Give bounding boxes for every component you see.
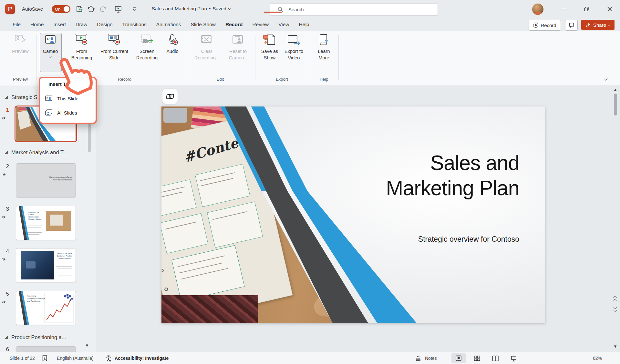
- share-button[interactable]: Share: [581, 20, 615, 30]
- scroll-up-icon[interactable]: ▲: [613, 87, 617, 92]
- tab-view[interactable]: View: [274, 22, 294, 27]
- menu-item-all-slides[interactable]: All Slides: [45, 109, 77, 116]
- sidebar-scroll-down-icon[interactable]: ▼: [85, 343, 89, 348]
- notes-button[interactable]: Notes: [415, 352, 437, 364]
- user-avatar[interactable]: [532, 4, 543, 15]
- designer-icon: [166, 92, 174, 101]
- group-label-preview: Preview: [9, 77, 32, 82]
- reading-view-button[interactable]: [488, 353, 502, 363]
- autosave-label: AutoSave: [22, 6, 43, 12]
- export-to-video-button[interactable]: Export to Video: [282, 34, 305, 61]
- section-title: Strategic S...: [11, 94, 42, 100]
- screen-recording-label: Screen Recording: [132, 48, 161, 61]
- slide-sorter-icon: [473, 355, 480, 361]
- tab-transitions[interactable]: Transitions: [118, 22, 151, 27]
- designer-button[interactable]: [162, 89, 178, 104]
- close-button[interactable]: [603, 4, 617, 14]
- svg-text:P: P: [46, 97, 48, 99]
- tab-draw[interactable]: Draw: [71, 22, 92, 27]
- customize-toolbar-icon: [132, 7, 137, 11]
- slide-sorter-view-button[interactable]: [470, 353, 484, 363]
- comments-button[interactable]: [565, 20, 578, 31]
- section-collapse-icon[interactable]: [5, 96, 8, 99]
- section-strategic[interactable]: Strategic S...: [5, 94, 42, 100]
- learn-more-button[interactable]: ? Learn More: [314, 34, 334, 61]
- animation-star-icon: ★: [3, 215, 9, 219]
- next-slide-button[interactable]: [614, 306, 616, 311]
- tab-insert[interactable]: Insert: [48, 22, 71, 27]
- slide-canvas[interactable]: #Content Sales and Marketing Plan Strate…: [161, 106, 545, 323]
- accessibility-button[interactable]: Accessibility: Investigate: [105, 352, 169, 364]
- audio-button[interactable]: Audio: [163, 34, 182, 55]
- notes-icon: [415, 355, 422, 361]
- slide-thumbnail-2[interactable]: Market Analysis and Target Audience Iden…: [16, 163, 76, 197]
- previous-slide-button[interactable]: [614, 296, 616, 302]
- section-collapse-icon[interactable]: [5, 336, 8, 339]
- slide-thumbnail-4[interactable]: Defining the Ideal Customer Profiles and…: [16, 248, 76, 282]
- main-scrollbar-thumb[interactable]: [614, 94, 617, 116]
- customize-quick-access-button[interactable]: [130, 5, 139, 14]
- scroll-down-icon[interactable]: ▼: [613, 344, 617, 349]
- slide-number-5: 5: [2, 291, 9, 297]
- slide-thumbnail-5[interactable]: Assessing Competitor Offerings and Posit…: [16, 291, 76, 325]
- restore-button[interactable]: [579, 4, 594, 14]
- learn-more-label: Learn More: [314, 48, 334, 61]
- slide-title[interactable]: Sales and Marketing Plan: [351, 150, 519, 201]
- export-to-video-label: Export to Video: [282, 48, 305, 61]
- slide-counter[interactable]: Slide 1 of 22: [10, 352, 35, 364]
- tab-file[interactable]: File: [8, 22, 26, 27]
- proofing-button[interactable]: [42, 352, 47, 364]
- title-separator: •: [209, 6, 211, 11]
- section-collapse-icon[interactable]: [5, 151, 8, 154]
- powerpoint-logo[interactable]: P: [5, 4, 15, 14]
- notes-divider[interactable]: [96, 337, 620, 337]
- preview-icon: [14, 34, 27, 46]
- document-name: Sales and Marketing Plan: [152, 6, 207, 11]
- this-slide-icon: P: [45, 95, 53, 102]
- save-as-show-label: Save as Show: [258, 48, 282, 61]
- group-label-edit: Edit: [204, 77, 236, 82]
- search-box[interactable]: [270, 3, 438, 15]
- redo-button[interactable]: [99, 5, 108, 14]
- section-product-positioning[interactable]: Product Positioning a...: [5, 334, 66, 340]
- autosave-toggle[interactable]: On: [52, 5, 70, 13]
- document-title[interactable]: Sales and Marketing Plan • Saved: [152, 6, 231, 11]
- tab-slide-show[interactable]: Slide Show: [186, 22, 221, 27]
- learn-more-icon: ?: [317, 34, 330, 46]
- status-bar: Slide 1 of 22 English (Australia) Access…: [0, 352, 620, 364]
- tab-review[interactable]: Review: [247, 22, 274, 27]
- share-button-label: Share: [593, 22, 606, 28]
- slide5-art: [16, 291, 76, 325]
- tab-animations[interactable]: Animations: [151, 22, 186, 27]
- language-button[interactable]: English (Australia): [57, 352, 94, 364]
- save-button[interactable]: [75, 5, 84, 14]
- undo-button[interactable]: [87, 5, 96, 14]
- slide-number-4: 4: [2, 248, 9, 255]
- powerpoint-window: P AutoSave On: [0, 0, 620, 364]
- normal-view-button[interactable]: [451, 353, 466, 363]
- slide-show-icon: [510, 355, 517, 361]
- record-button[interactable]: Record: [529, 20, 561, 31]
- slide-show-button[interactable]: [507, 353, 521, 363]
- audio-icon: [166, 34, 179, 46]
- group-label-export: Export: [266, 77, 298, 82]
- tab-record[interactable]: Record: [221, 22, 247, 27]
- tab-help[interactable]: Help: [294, 22, 314, 27]
- group-separator: [338, 35, 339, 80]
- collapse-ribbon-button[interactable]: [604, 76, 607, 81]
- reset-to-cameo-button: Reset to Cameo: [223, 34, 253, 61]
- tab-home[interactable]: Home: [26, 22, 48, 27]
- start-presentation-button[interactable]: [114, 5, 123, 14]
- slide-subtitle[interactable]: Strategic overview for Contoso: [351, 235, 519, 244]
- minimize-button[interactable]: [556, 4, 570, 14]
- screen-recording-button[interactable]: Screen Recording: [132, 34, 161, 61]
- record-from-current-slide-button[interactable]: From Current Slide: [98, 34, 131, 61]
- search-input[interactable]: [288, 6, 438, 13]
- bookmark-icon: [42, 355, 47, 361]
- zoom-level[interactable]: 62%: [593, 352, 602, 364]
- section-market-analysis[interactable]: Market Analysis and T...: [5, 149, 67, 156]
- save-as-show-button[interactable]: Save as Show: [258, 34, 282, 61]
- slide-thumbnail-3[interactable]: Analyzing the Current Collaboration Soft…: [16, 206, 76, 240]
- tab-design[interactable]: Design: [92, 22, 117, 27]
- section-title: Market Analysis and T...: [11, 149, 67, 156]
